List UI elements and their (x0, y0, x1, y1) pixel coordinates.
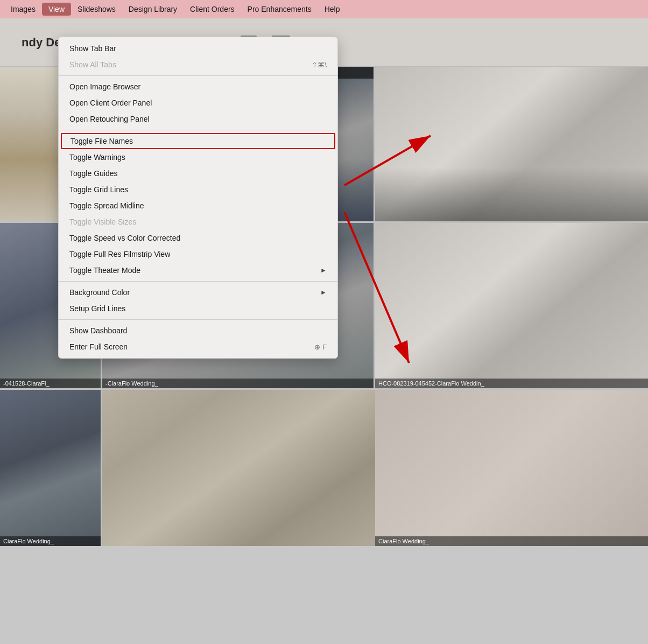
menu-show-tab-bar[interactable]: Show Tab Bar (59, 40, 337, 57)
show-all-tabs-label: Show All Tabs (69, 60, 116, 69)
menu-toggle-spread-midline[interactable]: Toggle Spread Midline (59, 198, 337, 214)
menu-bar: Images View Slideshows Design Library Cl… (0, 0, 648, 18)
open-client-order-label: Open Client Order Panel (69, 99, 152, 107)
photo-cell-9[interactable]: CiaraFlo Wedding_ (375, 390, 648, 546)
menu-setup-grid-lines[interactable]: Setup Grid Lines (59, 300, 337, 317)
setup-grid-lines-label: Setup Grid Lines (69, 304, 125, 313)
background-color-label: Background Color (69, 288, 130, 297)
show-dashboard-label: Show Dashboard (69, 326, 127, 335)
menu-toggle-filmstrip[interactable]: Toggle Full Res Filmstrip View (59, 246, 337, 262)
menu-slideshows[interactable]: Slideshows (71, 3, 122, 16)
menu-open-client-order[interactable]: Open Client Order Panel (59, 95, 337, 111)
menu-background-color[interactable]: Background Color ► (59, 284, 337, 300)
photo-label-4: -041528-CiaraFl_ (0, 379, 101, 388)
background-color-arrow-icon: ► (320, 289, 327, 296)
menu-toggle-grid-lines[interactable]: Toggle Grid Lines (59, 181, 337, 198)
toggle-file-names-label: Toggle File Names (71, 137, 133, 145)
menu-toggle-visible-sizes: Toggle Visible Sizes (59, 214, 337, 230)
photo-label-9: CiaraFlo Wedding_ (375, 536, 648, 546)
toggle-filmstrip-label: Toggle Full Res Filmstrip View (69, 250, 170, 258)
theater-arrow-icon: ► (320, 267, 327, 274)
menu-enter-fullscreen[interactable]: Enter Full Screen ⊕ F (59, 339, 337, 355)
menu-design-library[interactable]: Design Library (122, 3, 184, 16)
photo-label-7: CiaraFlo Wedding_ (0, 536, 101, 546)
menu-images[interactable]: Images (4, 3, 42, 16)
menu-pro-enhancements[interactable]: Pro Enhancements (241, 3, 318, 16)
toggle-grid-lines-label: Toggle Grid Lines (69, 185, 128, 194)
toggle-guides-label: Toggle Guides (69, 169, 118, 178)
menu-show-all-tabs: Show All Tabs ⇧⌘\ (59, 57, 337, 73)
menu-open-retouching[interactable]: Open Retouching Panel (59, 111, 337, 127)
toggle-theater-label: Toggle Theater Mode (69, 266, 140, 275)
menu-show-dashboard[interactable]: Show Dashboard (59, 323, 337, 339)
menu-toggle-warnings[interactable]: Toggle Warnings (59, 149, 337, 165)
main-area: ndy Designer Suite v10 ▼ (0, 18, 648, 644)
menu-view[interactable]: View (42, 3, 71, 16)
photo-cell-8[interactable] (102, 390, 375, 546)
separator-3 (59, 281, 337, 282)
toggle-speed-color-label: Toggle Speed vs Color Corrected (69, 234, 180, 242)
menu-client-orders[interactable]: Client Orders (184, 3, 241, 16)
menu-toggle-guides[interactable]: Toggle Guides (59, 165, 337, 181)
photo-cell-3[interactable] (375, 67, 648, 223)
open-image-browser-label: Open Image Browser (69, 82, 140, 91)
photo-label-5: -CiaraFlo Wedding_ (102, 379, 374, 388)
menu-toggle-file-names[interactable]: Toggle File Names (61, 133, 335, 149)
separator-4 (59, 319, 337, 320)
photo-cell-7[interactable]: CiaraFlo Wedding_ (0, 390, 102, 546)
toggle-spread-midline-label: Toggle Spread Midline (69, 201, 144, 210)
show-tab-bar-label: Show Tab Bar (69, 44, 116, 53)
menu-help[interactable]: Help (318, 3, 347, 16)
separator-1 (59, 75, 337, 76)
toggle-warnings-label: Toggle Warnings (69, 153, 125, 162)
open-retouching-label: Open Retouching Panel (69, 115, 150, 123)
menu-toggle-speed-color[interactable]: Toggle Speed vs Color Corrected (59, 230, 337, 246)
photo-label-6: HCO-082319-045452-CiaraFlo Weddin_ (375, 379, 648, 388)
view-dropdown-menu: Show Tab Bar Show All Tabs ⇧⌘\ Open Imag… (58, 37, 338, 359)
show-all-tabs-shortcut: ⇧⌘\ (312, 61, 327, 69)
toggle-visible-sizes-label: Toggle Visible Sizes (69, 218, 136, 226)
menu-toggle-theater[interactable]: Toggle Theater Mode ► (59, 262, 337, 278)
separator-2 (59, 130, 337, 130)
fullscreen-shortcut: ⊕ F (314, 343, 327, 351)
menu-open-image-browser[interactable]: Open Image Browser (59, 79, 337, 95)
enter-fullscreen-label: Enter Full Screen (69, 342, 128, 351)
photo-cell-6[interactable]: HCO-082319-045452-CiaraFlo Weddin_ (375, 223, 648, 390)
